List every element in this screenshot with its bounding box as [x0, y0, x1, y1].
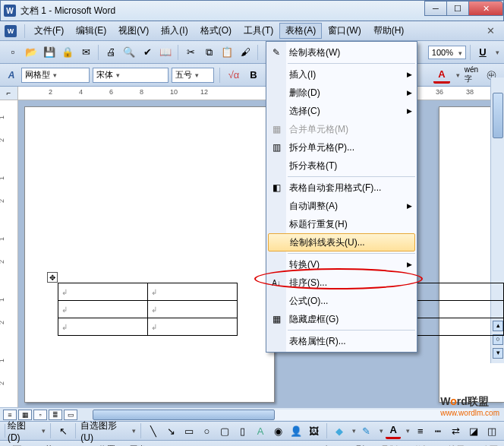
status-overwrite[interactable]: 改写: [481, 444, 498, 447]
preview-icon[interactable]: 🔍: [121, 44, 137, 61]
table-cell[interactable]: ↲: [148, 318, 238, 336]
open-icon[interactable]: 📂: [23, 44, 39, 61]
menu-table[interactable]: 表格(A): [279, 23, 322, 39]
vertical-ruler[interactable]: 1 2 1 2 1 2 1 2 1 2: [0, 100, 18, 407]
research-icon[interactable]: 📖: [157, 44, 174, 61]
line-style-icon[interactable]: ≡: [412, 422, 428, 439]
paste-icon[interactable]: 📋: [219, 44, 235, 61]
close-button[interactable]: ✕: [468, 1, 503, 16]
table-cell[interactable]: [414, 283, 504, 301]
line-color-icon[interactable]: ✎: [358, 422, 374, 439]
table-cell[interactable]: ↲: [58, 283, 148, 301]
menu-formula[interactable]: 公式(O)...: [266, 292, 417, 310]
status-revision[interactable]: 修订: [414, 444, 431, 447]
table-move-handle[interactable]: ✥: [47, 272, 58, 283]
menu-table-properties[interactable]: 表格属性(R)...: [266, 332, 417, 350]
menu-diagonal-header[interactable]: 绘制斜线表头(U)...: [268, 233, 415, 251]
status-record[interactable]: 录制: [381, 444, 398, 447]
menu-format[interactable]: 格式(O): [194, 23, 238, 39]
menu-hide-gridlines[interactable]: ▦隐藏虚框(G): [266, 310, 417, 328]
oval-icon[interactable]: ○: [199, 422, 215, 439]
table-cell[interactable]: [414, 318, 504, 336]
document-table[interactable]: ↲↲ ↲↲ ↲↲: [58, 283, 238, 336]
scrollbar-thumb-h[interactable]: [93, 410, 275, 420]
textbox-icon[interactable]: ▢: [217, 422, 233, 439]
picture-icon[interactable]: 🖼: [306, 422, 322, 439]
draw-menu-button[interactable]: 绘图(D): [8, 419, 36, 443]
font-color-icon-2[interactable]: A: [386, 422, 402, 439]
menu-autoformat[interactable]: ◧表格自动套用格式(F)...: [266, 179, 417, 197]
save-icon[interactable]: 💾: [41, 44, 58, 61]
menu-heading-repeat[interactable]: 标题行重复(H): [266, 215, 417, 233]
table-cell[interactable]: ↲: [148, 283, 238, 301]
font-color-icon[interactable]: A: [433, 67, 450, 84]
close-doc-button[interactable]: ✕: [482, 24, 499, 38]
menu-edit[interactable]: 编辑(E): [70, 23, 112, 39]
status-extend[interactable]: 扩展: [448, 444, 465, 447]
autoshapes-button[interactable]: 自选图形(U): [80, 419, 126, 443]
menu-select-sub[interactable]: 选择(C)▶: [266, 102, 417, 120]
menu-sort[interactable]: A↓排序(S)...: [266, 274, 417, 292]
table-cell[interactable]: ↲: [58, 301, 148, 318]
menu-insert-sub[interactable]: 插入(I)▶: [266, 65, 417, 84]
style-icon[interactable]: A: [5, 68, 18, 82]
word-icon[interactable]: W: [5, 25, 17, 37]
document-page[interactable]: [24, 106, 275, 403]
table-cell[interactable]: ↲: [58, 318, 148, 336]
size-dropdown[interactable]: 五号▾: [172, 68, 214, 83]
arrow-style-icon[interactable]: ⇄: [448, 422, 464, 439]
print-layout-button[interactable]: ▫: [33, 410, 47, 420]
diagram-icon[interactable]: ◉: [270, 422, 286, 439]
mail-icon[interactable]: ✉: [77, 44, 94, 61]
horizontal-ruler[interactable]: 2 4 6 8 10 12 36 38: [18, 87, 504, 100]
menu-tools[interactable]: 工具(T): [238, 23, 279, 39]
style-dropdown[interactable]: 网格型▾: [21, 68, 90, 83]
horizontal-scrollbar[interactable]: [93, 410, 492, 420]
bold-icon[interactable]: B: [245, 67, 262, 84]
maximize-button[interactable]: ☐: [446, 1, 469, 16]
outline-view-button[interactable]: ≣: [49, 410, 62, 420]
menu-convert-sub[interactable]: 转换(V)▶: [266, 255, 417, 274]
normal-view-button[interactable]: ≡: [3, 410, 17, 420]
dash-style-icon[interactable]: ┅: [430, 422, 446, 439]
shadow-icon[interactable]: ◪: [466, 422, 482, 439]
menu-view[interactable]: 视图(V): [112, 23, 155, 39]
font-color-dropdown[interactable]: ▾: [456, 71, 460, 79]
document-table-right[interactable]: [413, 283, 504, 336]
print-icon[interactable]: 🖨: [102, 44, 119, 61]
browse-object-button[interactable]: ○: [493, 334, 503, 345]
format-painter-icon[interactable]: 🖌: [237, 44, 254, 61]
wordart-icon[interactable]: A: [253, 422, 269, 439]
fill-color-icon[interactable]: ◆: [332, 422, 348, 439]
character-scaling-icon[interactable]: wén字: [463, 67, 480, 84]
select-objects-icon[interactable]: ↖: [55, 422, 71, 439]
menu-insert[interactable]: 插入(I): [155, 23, 194, 39]
font-dropdown[interactable]: 宋体▾: [93, 68, 169, 83]
equation-icon[interactable]: √α: [225, 67, 242, 84]
3d-icon[interactable]: ◫: [484, 422, 500, 439]
underline-icon[interactable]: U: [474, 44, 491, 61]
permissions-icon[interactable]: 🔒: [59, 44, 76, 61]
menu-split-cells[interactable]: ▥拆分单元格(P)...: [266, 138, 417, 157]
next-page-button[interactable]: ▾: [493, 348, 503, 359]
vtextbox-icon[interactable]: ▯: [235, 422, 250, 439]
spellcheck-icon[interactable]: ✔: [139, 44, 156, 61]
menu-split-table[interactable]: 拆分表格(T): [266, 157, 417, 175]
arrow-icon[interactable]: ↘: [163, 422, 179, 439]
cut-icon[interactable]: ✂: [182, 44, 199, 61]
underline-dropdown[interactable]: ▾: [496, 49, 499, 56]
ruler-corner[interactable]: ⌐: [0, 87, 18, 100]
clipart-icon[interactable]: 👤: [288, 422, 304, 439]
menu-file[interactable]: 文件(F): [28, 23, 70, 39]
table-cell[interactable]: [414, 301, 504, 318]
menu-autofit-sub[interactable]: 自动调整(A)▶: [266, 197, 417, 215]
scrollbar-thumb[interactable]: [493, 93, 503, 138]
zoom-input[interactable]: 100% ▾: [428, 46, 466, 59]
table-cell[interactable]: ↲: [148, 301, 238, 318]
menu-help[interactable]: 帮助(H): [367, 23, 411, 39]
menu-draw-table[interactable]: ✎绘制表格(W): [266, 43, 417, 62]
menu-window[interactable]: 窗口(W): [322, 23, 367, 39]
minimize-button[interactable]: ─: [424, 1, 447, 16]
reading-view-button[interactable]: ▭: [64, 410, 77, 420]
copy-icon[interactable]: ⧉: [200, 44, 217, 61]
